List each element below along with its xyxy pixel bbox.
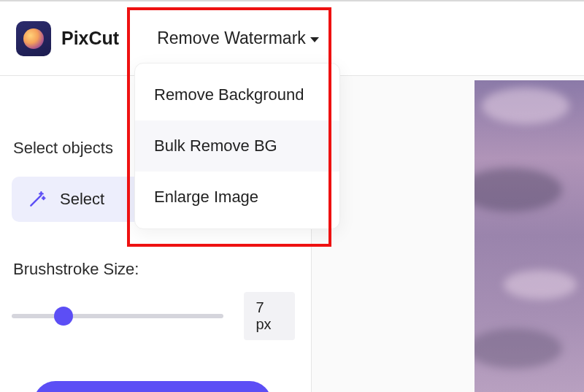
- brushstroke-size-label: Brushstroke Size:: [13, 260, 295, 279]
- magic-wand-icon: [28, 190, 47, 209]
- cloud-decoration: [504, 270, 577, 299]
- select-button-label: Select: [60, 190, 104, 209]
- canvas-area: [312, 76, 584, 392]
- slider-track: [12, 314, 223, 318]
- nav-remove-watermark[interactable]: Remove Watermark: [157, 28, 319, 48]
- dropdown-item-enlarge-image[interactable]: Enlarge Image: [135, 172, 339, 223]
- brand-name: PixCut: [61, 28, 119, 49]
- dropdown-item-remove-background[interactable]: Remove Background: [135, 69, 339, 120]
- image-preview: [474, 80, 584, 392]
- cloud-decoration: [474, 168, 562, 212]
- nav-remove-watermark-label: Remove Watermark: [157, 28, 306, 48]
- chevron-down-icon: [310, 37, 319, 42]
- brush-size-value: 7 px: [244, 292, 295, 340]
- nav-dropdown: Remove Background Bulk Remove BG Enlarge…: [134, 63, 340, 229]
- brush-size-slider[interactable]: [12, 309, 223, 323]
- primary-action-button[interactable]: [34, 381, 272, 392]
- brush-slider-row: 7 px: [12, 292, 295, 340]
- app-logo: [16, 21, 51, 56]
- slider-thumb[interactable]: [54, 307, 73, 326]
- cloud-decoration: [474, 328, 562, 369]
- cloud-decoration: [482, 88, 569, 124]
- dropdown-item-bulk-remove-bg[interactable]: Bulk Remove BG: [135, 120, 339, 172]
